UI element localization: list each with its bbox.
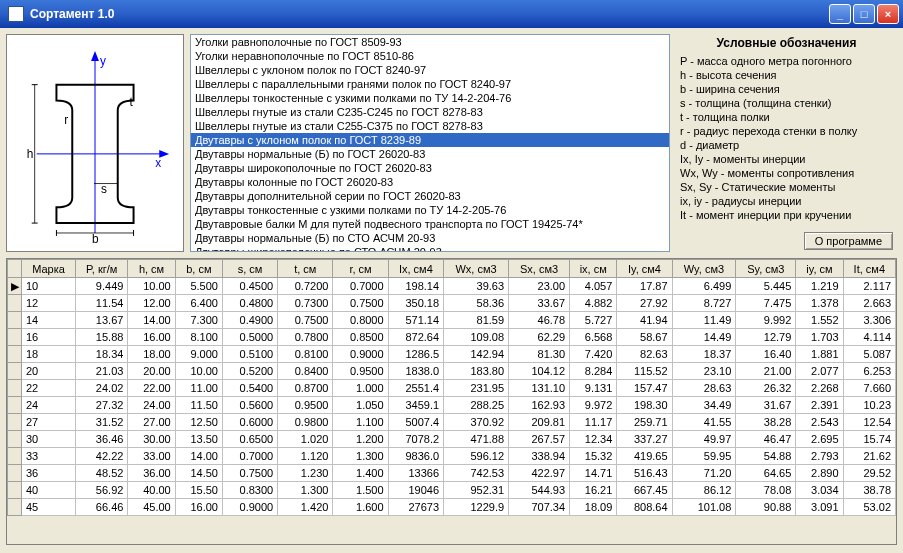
cell: 54.88 [736,448,796,465]
cell: 31.67 [736,397,796,414]
table-row[interactable]: 3036.4630.0013.500.65001.0201.2007078.24… [8,431,896,448]
cell: 1.300 [333,448,388,465]
column-header[interactable]: Wx, см3 [444,260,509,278]
cell: 12.00 [128,295,175,312]
cell: 15.88 [75,329,127,346]
cell: 45.00 [128,499,175,516]
about-button[interactable]: О программе [804,232,893,250]
column-header[interactable]: iy, см [796,260,843,278]
cell: 14.71 [570,465,617,482]
list-item[interactable]: Швеллеры гнутые из стали С235-С245 по ГО… [191,105,669,119]
list-item[interactable]: Двутавры нормальные (Б) по СТО АСЧМ 20-9… [191,231,669,245]
minimize-button[interactable]: _ [829,4,851,24]
list-item[interactable]: Двутавры дополнительной серии по ГОСТ 26… [191,189,669,203]
table-row[interactable]: 1615.8816.008.1000.50000.78000.8500872.6… [8,329,896,346]
cell: 13.50 [175,431,222,448]
cell: 33.67 [509,295,570,312]
column-header[interactable]: Iy, см4 [617,260,672,278]
cell: 56.92 [75,482,127,499]
list-item[interactable]: Уголки неравнополочные по ГОСТ 8510-86 [191,49,669,63]
table-row[interactable]: 2021.0320.0010.000.52000.84000.95001838.… [8,363,896,380]
table-row[interactable]: 1818.3418.009.0000.51000.81000.90001286.… [8,346,896,363]
cell: 2.890 [796,465,843,482]
cell: 544.93 [509,482,570,499]
cell: 30 [22,431,76,448]
table-row[interactable]: 2731.5227.0012.500.60000.98001.1005007.4… [8,414,896,431]
list-item[interactable]: Швеллеры гнутые из стали С255-С375 по ГО… [191,119,669,133]
cell: 5.727 [570,312,617,329]
list-item[interactable]: Двутавры колонные по ГОСТ 26020-83 [191,175,669,189]
list-item[interactable]: Двутавры с уклоном полок по ГОСТ 8239-89 [191,133,669,147]
column-header[interactable]: h, см [128,260,175,278]
list-item[interactable]: Уголки равнополочные по ГОСТ 8509-93 [191,35,669,49]
cell: 15.32 [570,448,617,465]
cell: 9.449 [75,278,127,295]
table-row[interactable]: 2224.0222.0011.000.54000.87001.0002551.4… [8,380,896,397]
cell: 36 [22,465,76,482]
cell: 3.091 [796,499,843,516]
cell: 198.14 [388,278,443,295]
cell: 12.79 [736,329,796,346]
table-row[interactable]: 1413.6714.007.3000.49000.75000.8000571.1… [8,312,896,329]
list-item[interactable]: Двутавры широкополочные по ГОСТ 26020-83 [191,161,669,175]
list-item[interactable]: Двутавровые балки М для путей подвесного… [191,217,669,231]
column-header[interactable]: t, см [278,260,333,278]
cell: 12.50 [175,414,222,431]
table-row[interactable]: 2427.3224.0011.500.56000.95001.0503459.1… [8,397,896,414]
list-item[interactable]: Швеллеры с параллельными гранями полок п… [191,77,669,91]
row-marker [8,295,22,312]
table-row[interactable]: 3342.2233.0014.000.70001.1201.3009836.05… [8,448,896,465]
cell: 0.8700 [278,380,333,397]
cell: 0.9500 [333,363,388,380]
table-row[interactable]: ▶109.44910.005.5000.45000.72000.7000198.… [8,278,896,295]
cell: 31.52 [75,414,127,431]
column-header[interactable]: ix, см [570,260,617,278]
profile-listbox[interactable]: Уголки равнополочные по ГОСТ 8509-93Угол… [190,34,670,252]
cell: 2.793 [796,448,843,465]
column-header[interactable]: s, см [222,260,277,278]
column-header[interactable]: b, см [175,260,222,278]
list-item[interactable]: Швеллеры с уклоном полок по ГОСТ 8240-97 [191,63,669,77]
svg-text:h: h [27,147,34,161]
list-item[interactable]: Двутавры нормальные (Б) по ГОСТ 26020-83 [191,147,669,161]
cell: 11.49 [672,312,736,329]
column-header[interactable]: Wy, см3 [672,260,736,278]
cell: 19046 [388,482,443,499]
row-marker [8,499,22,516]
cell: 0.7800 [278,329,333,346]
cell: 16.00 [175,499,222,516]
data-grid[interactable]: МаркаP, кг/мh, смb, смs, смt, смr, смIx,… [6,258,897,545]
close-button[interactable]: × [877,4,899,24]
cell: 9.992 [736,312,796,329]
table-row[interactable]: 3648.5236.0014.500.75001.2301.4001336674… [8,465,896,482]
cell: 0.8400 [278,363,333,380]
column-header[interactable]: Sx, см3 [509,260,570,278]
cell: 0.8300 [222,482,277,499]
cell: 21.03 [75,363,127,380]
cell: 18.09 [570,499,617,516]
list-item[interactable]: Двутавры широкополочные по СТО АСЧМ 20-9… [191,245,669,252]
cell: 109.08 [444,329,509,346]
cell: 11.54 [75,295,127,312]
cell: 3.034 [796,482,843,499]
table-row[interactable]: 1211.5412.006.4000.48000.73000.7500350.1… [8,295,896,312]
cell: 8.284 [570,363,617,380]
column-header[interactable]: P, кг/м [75,260,127,278]
column-header[interactable]: Sy, см3 [736,260,796,278]
column-header[interactable]: It, см4 [843,260,895,278]
table-row[interactable]: 4056.9240.0015.500.83001.3001.5001904695… [8,482,896,499]
cell: 8.727 [672,295,736,312]
list-item[interactable]: Двутавры тонкостенные с узкими полками п… [191,203,669,217]
cell: 288.25 [444,397,509,414]
column-header[interactable]: Ix, см4 [388,260,443,278]
maximize-button[interactable]: □ [853,4,875,24]
column-header[interactable]: r, см [333,260,388,278]
cell: 46.47 [736,431,796,448]
list-item[interactable]: Швеллеры тонкостенные с узкими полками п… [191,91,669,105]
cell: 18 [22,346,76,363]
cell: 0.4800 [222,295,277,312]
table-row[interactable]: 4566.4645.0016.000.90001.4201.6002767312… [8,499,896,516]
cell: 27.00 [128,414,175,431]
cell: 40 [22,482,76,499]
column-header[interactable]: Марка [22,260,76,278]
